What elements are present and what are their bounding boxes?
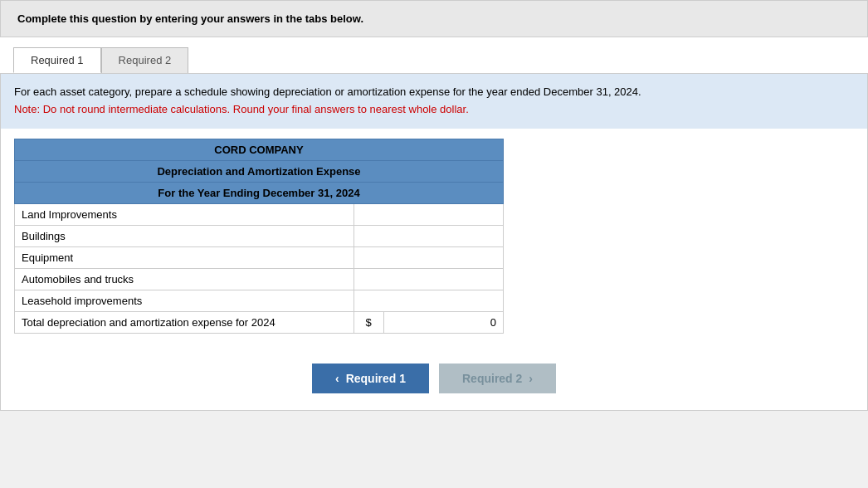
input-cell-land-improvements[interactable] bbox=[354, 203, 503, 225]
tabs-container: Required 1 Required 2 bbox=[0, 37, 868, 73]
subtitle1: Depreciation and Amortization Expense bbox=[15, 160, 504, 182]
next-button-label: Required 2 bbox=[462, 372, 522, 385]
next-chevron-icon: › bbox=[529, 372, 533, 385]
input-automobiles[interactable] bbox=[358, 271, 500, 287]
input-cell-equipment[interactable] bbox=[354, 246, 503, 268]
prev-button[interactable]: ‹ Required 1 bbox=[312, 364, 429, 393]
bottom-nav: ‹ Required 1 Required 2 › bbox=[1, 350, 867, 410]
table-header-subtitle1: Depreciation and Amortization Expense bbox=[15, 160, 504, 182]
table-row: Leasehold improvements bbox=[15, 290, 504, 311]
depreciation-table: CORD COMPANY Depreciation and Amortizati… bbox=[14, 139, 504, 334]
tab-required2[interactable]: Required 2 bbox=[101, 47, 189, 73]
input-land-improvements[interactable] bbox=[358, 207, 500, 222]
tabs-row: Required 1 Required 2 bbox=[13, 47, 855, 73]
row-label-buildings: Buildings bbox=[15, 225, 354, 246]
table-header-subtitle2: For the Year Ending December 31, 2024 bbox=[15, 182, 504, 203]
description-main: For each asset category, prepare a sched… bbox=[14, 84, 854, 101]
input-buildings[interactable] bbox=[358, 228, 500, 244]
table-wrapper: CORD COMPANY Depreciation and Amortizati… bbox=[1, 129, 867, 350]
tab-required1[interactable]: Required 1 bbox=[13, 47, 101, 73]
instruction-text: Complete this question by entering your … bbox=[17, 12, 363, 25]
table-row: Land Improvements bbox=[15, 203, 504, 225]
row-label-automobiles: Automobiles and trucks bbox=[15, 268, 354, 290]
input-leasehold[interactable] bbox=[358, 293, 500, 309]
company-name: CORD COMPANY bbox=[15, 139, 504, 160]
instruction-bar: Complete this question by entering your … bbox=[0, 0, 868, 37]
total-label: Total depreciation and amortization expe… bbox=[15, 311, 354, 333]
prev-chevron-icon: ‹ bbox=[335, 372, 339, 385]
page-wrapper: Complete this question by entering your … bbox=[0, 0, 868, 411]
row-label-land-improvements: Land Improvements bbox=[15, 203, 354, 225]
total-value: 0 bbox=[383, 311, 503, 333]
input-equipment[interactable] bbox=[358, 250, 500, 266]
note-blue: Round your final answers to nearest whol… bbox=[233, 103, 469, 115]
input-cell-buildings[interactable] bbox=[354, 225, 503, 246]
prev-button-label: Required 1 bbox=[346, 372, 406, 385]
row-label-leasehold: Leasehold improvements bbox=[15, 290, 354, 311]
description-note: Note: Do not round intermediate calculat… bbox=[14, 101, 854, 119]
description-box: For each asset category, prepare a sched… bbox=[1, 74, 867, 129]
main-content: For each asset category, prepare a sched… bbox=[0, 73, 868, 411]
subtitle2: For the Year Ending December 31, 2024 bbox=[15, 182, 504, 203]
total-row: Total depreciation and amortization expe… bbox=[15, 311, 504, 333]
input-cell-leasehold[interactable] bbox=[354, 290, 503, 311]
row-label-equipment: Equipment bbox=[15, 246, 354, 268]
next-button: Required 2 › bbox=[439, 364, 556, 393]
note-prefix: Note: Do not round intermediate calculat… bbox=[14, 103, 230, 115]
table-row: Automobiles and trucks bbox=[15, 268, 504, 290]
total-currency: $ bbox=[354, 311, 383, 333]
table-row: Buildings bbox=[15, 225, 504, 246]
table-header-company: CORD COMPANY bbox=[15, 139, 504, 160]
table-row: Equipment bbox=[15, 246, 504, 268]
input-cell-automobiles[interactable] bbox=[354, 268, 503, 290]
